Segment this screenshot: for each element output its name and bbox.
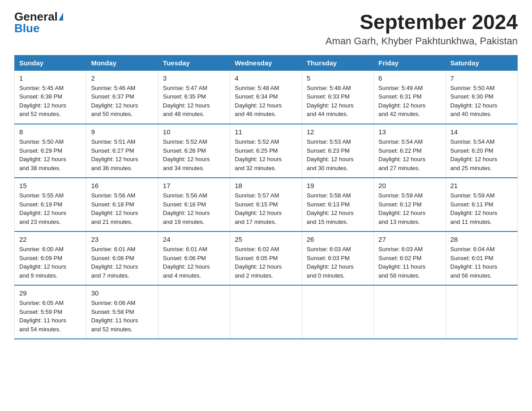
day-number: 11 [235,128,297,136]
day-number: 9 [91,128,153,136]
day-info: Sunrise: 6:02 AMSunset: 6:05 PMDaylight:… [235,245,297,280]
day-info: Sunrise: 5:55 AMSunset: 6:19 PMDaylight:… [19,191,82,226]
day-info: Sunrise: 5:48 AMSunset: 6:34 PMDaylight:… [235,84,297,119]
calendar-cell [230,285,302,339]
calendar-cell: 17 Sunrise: 5:56 AMSunset: 6:16 PMDaylig… [158,178,230,231]
day-number: 28 [450,235,513,243]
day-info: Sunrise: 5:52 AMSunset: 6:26 PMDaylight:… [163,137,225,172]
day-info: Sunrise: 5:49 AMSunset: 6:31 PMDaylight:… [378,84,441,119]
day-number: 17 [163,182,225,189]
calendar-cell: 20 Sunrise: 5:59 AMSunset: 6:12 PMDaylig… [374,178,446,231]
day-number: 21 [450,182,513,189]
day-number: 18 [235,182,297,189]
day-info: Sunrise: 6:04 AMSunset: 6:01 PMDaylight:… [450,245,513,280]
day-info: Sunrise: 5:50 AMSunset: 6:30 PMDaylight:… [450,84,513,119]
calendar-cell: 9 Sunrise: 5:51 AMSunset: 6:27 PMDayligh… [86,124,158,178]
calendar-cell: 14 Sunrise: 5:54 AMSunset: 6:20 PMDaylig… [446,124,517,178]
calendar-cell: 12 Sunrise: 5:53 AMSunset: 6:23 PMDaylig… [302,124,373,178]
calendar-cell: 4 Sunrise: 5:48 AMSunset: 6:34 PMDayligh… [230,70,302,124]
page-header: General Blue September 2024 Aman Garh, K… [14,11,518,47]
calendar-cell: 25 Sunrise: 6:02 AMSunset: 6:05 PMDaylig… [230,231,302,285]
day-number: 12 [307,128,369,136]
day-number: 13 [378,128,441,136]
calendar-cell: 24 Sunrise: 6:01 AMSunset: 6:06 PMDaylig… [158,231,230,285]
day-number: 27 [378,235,441,243]
col-thursday: Thursday [302,55,373,70]
day-number: 16 [91,182,153,189]
day-number: 7 [450,74,513,82]
calendar-cell [374,285,446,339]
calendar-cell: 26 Sunrise: 6:03 AMSunset: 6:03 PMDaylig… [302,231,373,285]
calendar-cell: 6 Sunrise: 5:49 AMSunset: 6:31 PMDayligh… [374,70,446,124]
day-info: Sunrise: 5:56 AMSunset: 6:16 PMDaylight:… [163,191,225,226]
day-info: Sunrise: 5:56 AMSunset: 6:18 PMDaylight:… [91,191,153,226]
col-wednesday: Wednesday [230,55,302,70]
day-number: 26 [307,235,369,243]
day-info: Sunrise: 5:50 AMSunset: 6:29 PMDaylight:… [19,137,82,172]
calendar-cell: 27 Sunrise: 6:03 AMSunset: 6:02 PMDaylig… [374,231,446,285]
day-info: Sunrise: 6:01 AMSunset: 6:08 PMDaylight:… [91,245,153,280]
day-number: 2 [91,74,153,82]
day-info: Sunrise: 6:01 AMSunset: 6:06 PMDaylight:… [163,245,225,280]
day-number: 29 [19,289,82,297]
calendar-cell: 28 Sunrise: 6:04 AMSunset: 6:01 PMDaylig… [446,231,517,285]
day-number: 23 [91,235,153,243]
col-saturday: Saturday [446,55,517,70]
day-info: Sunrise: 6:05 AMSunset: 5:59 PMDaylight:… [19,299,82,334]
day-info: Sunrise: 5:59 AMSunset: 6:11 PMDaylight:… [450,191,513,226]
calendar-cell: 29 Sunrise: 6:05 AMSunset: 5:59 PMDaylig… [15,285,86,339]
calendar-cell [446,285,517,339]
day-info: Sunrise: 6:00 AMSunset: 6:09 PMDaylight:… [19,245,82,280]
col-tuesday: Tuesday [158,55,230,70]
logo: General Blue [14,11,63,34]
day-number: 6 [378,74,441,82]
calendar-cell: 23 Sunrise: 6:01 AMSunset: 6:08 PMDaylig… [86,231,158,285]
day-number: 1 [19,74,82,82]
calendar-cell: 3 Sunrise: 5:47 AMSunset: 6:35 PMDayligh… [158,70,230,124]
calendar-cell: 1 Sunrise: 5:45 AMSunset: 6:38 PMDayligh… [15,70,86,124]
calendar-cell: 22 Sunrise: 6:00 AMSunset: 6:09 PMDaylig… [15,231,86,285]
day-info: Sunrise: 5:57 AMSunset: 6:15 PMDaylight:… [235,191,297,226]
day-info: Sunrise: 5:51 AMSunset: 6:27 PMDaylight:… [91,137,153,172]
day-number: 30 [91,289,153,297]
day-info: Sunrise: 6:06 AMSunset: 5:58 PMDaylight:… [91,299,153,334]
calendar-cell: 16 Sunrise: 5:56 AMSunset: 6:18 PMDaylig… [86,178,158,231]
calendar-cell [158,285,230,339]
day-info: Sunrise: 5:45 AMSunset: 6:38 PMDaylight:… [19,84,82,119]
day-info: Sunrise: 5:59 AMSunset: 6:12 PMDaylight:… [378,191,441,226]
calendar-cell: 7 Sunrise: 5:50 AMSunset: 6:30 PMDayligh… [446,70,517,124]
calendar-cell: 11 Sunrise: 5:52 AMSunset: 6:25 PMDaylig… [230,124,302,178]
calendar-cell: 5 Sunrise: 5:48 AMSunset: 6:33 PMDayligh… [302,70,373,124]
calendar-week-row: 8 Sunrise: 5:50 AMSunset: 6:29 PMDayligh… [15,124,518,178]
calendar-cell: 10 Sunrise: 5:52 AMSunset: 6:26 PMDaylig… [158,124,230,178]
calendar-table: Sunday Monday Tuesday Wednesday Thursday… [14,55,518,340]
day-info: Sunrise: 5:52 AMSunset: 6:25 PMDaylight:… [235,137,297,172]
day-info: Sunrise: 5:46 AMSunset: 6:37 PMDaylight:… [91,84,153,119]
col-monday: Monday [86,55,158,70]
calendar-cell: 18 Sunrise: 5:57 AMSunset: 6:15 PMDaylig… [230,178,302,231]
day-info: Sunrise: 5:48 AMSunset: 6:33 PMDaylight:… [307,84,369,119]
day-number: 20 [378,182,441,189]
day-number: 22 [19,235,82,243]
calendar-cell [302,285,373,339]
day-info: Sunrise: 6:03 AMSunset: 6:03 PMDaylight:… [307,245,369,280]
col-sunday: Sunday [15,55,86,70]
day-info: Sunrise: 6:03 AMSunset: 6:02 PMDaylight:… [378,245,441,280]
calendar-cell: 21 Sunrise: 5:59 AMSunset: 6:11 PMDaylig… [446,178,517,231]
title-block: September 2024 Aman Garh, Khyber Pakhtun… [326,11,518,47]
calendar-cell: 13 Sunrise: 5:54 AMSunset: 6:22 PMDaylig… [374,124,446,178]
calendar-cell: 30 Sunrise: 6:06 AMSunset: 5:58 PMDaylig… [86,285,158,339]
day-number: 3 [163,74,225,82]
calendar-cell: 15 Sunrise: 5:55 AMSunset: 6:19 PMDaylig… [15,178,86,231]
logo-general: General [14,11,58,22]
day-number: 10 [163,128,225,136]
calendar-week-row: 1 Sunrise: 5:45 AMSunset: 6:38 PMDayligh… [15,70,518,124]
logo-arrow-icon [59,13,63,21]
calendar-week-row: 22 Sunrise: 6:00 AMSunset: 6:09 PMDaylig… [15,231,518,285]
col-friday: Friday [374,55,446,70]
day-number: 4 [235,74,297,82]
page-subtitle: Aman Garh, Khyber Pakhtunkhwa, Pakistan [326,35,518,47]
day-number: 5 [307,74,369,82]
day-number: 14 [450,128,513,136]
day-number: 25 [235,235,297,243]
